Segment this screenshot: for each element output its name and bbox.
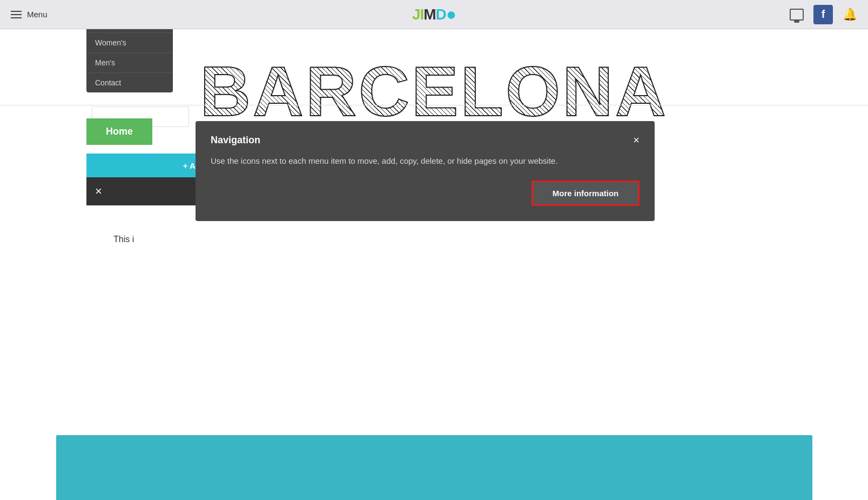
tooltip-close-button[interactable]: ×: [633, 134, 640, 146]
logo-o: ●: [446, 4, 456, 24]
monitor-icon[interactable]: [790, 9, 804, 21]
navigation-panel: Home Women's Men's Contact: [86, 29, 173, 92]
facebook-button[interactable]: f: [813, 5, 833, 24]
menu-label: Menu: [27, 10, 48, 19]
tooltip-footer: More information: [211, 181, 640, 206]
tooltip-title: Navigation: [211, 135, 260, 146]
nav-item-contact[interactable]: Contact: [86, 73, 173, 92]
background-image-area: [56, 435, 812, 500]
more-information-button[interactable]: More information: [531, 181, 640, 206]
jimdo-logo: JIMD●: [412, 4, 456, 24]
main-content: BARCELONA ♡ BCN T-SHIRT SHOP ♡ Home Wome…: [0, 29, 868, 500]
nav-item-home[interactable]: Home: [86, 29, 173, 33]
nav-item-womens[interactable]: Women's: [86, 33, 173, 53]
top-bar-right: f 🔔: [790, 5, 857, 24]
navigation-tooltip: Navigation × Use the icons next to each …: [196, 121, 655, 221]
close-button[interactable]: ×: [95, 184, 102, 198]
nav-hairline: [0, 105, 868, 105]
logo-m: M: [423, 6, 435, 23]
bell-icon[interactable]: 🔔: [843, 8, 857, 22]
tooltip-header: Navigation ×: [211, 134, 640, 146]
body-text: This i: [113, 235, 134, 244]
home-active-item[interactable]: Home: [86, 118, 152, 145]
tooltip-body: Use the icons next to each menu item to …: [211, 155, 640, 168]
logo-d: D: [436, 6, 446, 23]
top-bar: Menu JIMD● f 🔔: [0, 0, 868, 29]
menu-icon[interactable]: [11, 11, 22, 18]
logo-ji: JI: [412, 6, 423, 23]
top-bar-left: Menu: [11, 10, 48, 19]
nav-item-mens[interactable]: Men's: [86, 53, 173, 73]
